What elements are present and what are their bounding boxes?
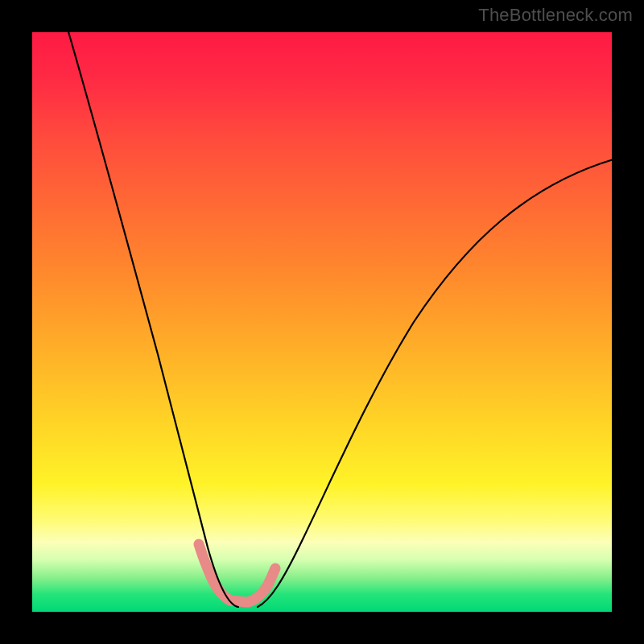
plot-area: [32, 32, 612, 612]
curves-svg: [32, 32, 612, 612]
right-curve: [258, 159, 613, 607]
left-curve: [68, 29, 238, 607]
chart-frame: TheBottleneck.com: [0, 0, 644, 644]
watermark-text: TheBottleneck.com: [478, 5, 633, 26]
accent-band: [199, 544, 275, 602]
